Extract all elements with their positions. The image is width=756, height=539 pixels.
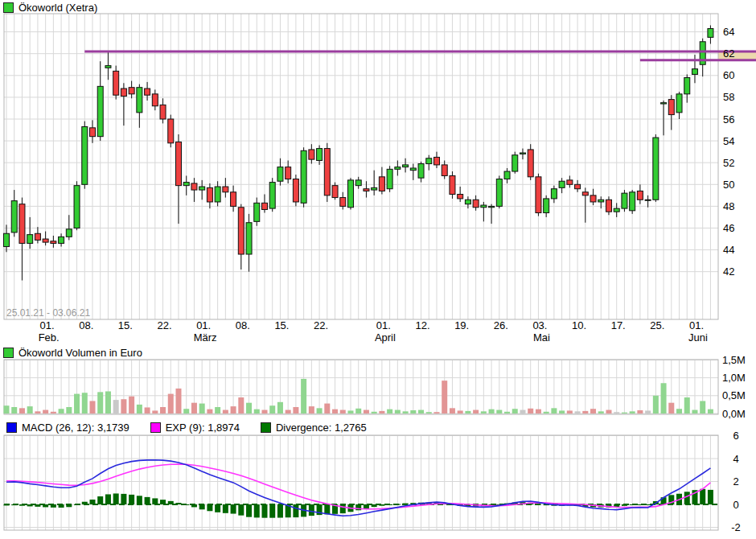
candle bbox=[121, 88, 126, 96]
divergence-bar bbox=[379, 504, 384, 506]
volume-bar bbox=[301, 379, 306, 414]
candle bbox=[622, 193, 627, 208]
price-axis-label: 50 bbox=[723, 179, 734, 191]
divergence-bar bbox=[215, 504, 220, 512]
divergence-bar bbox=[395, 504, 401, 505]
candle bbox=[269, 183, 275, 209]
volume-bar bbox=[551, 408, 557, 414]
divergence-bar bbox=[137, 496, 142, 504]
volume-bar bbox=[168, 394, 174, 414]
candle bbox=[27, 235, 33, 244]
volume-bar bbox=[145, 407, 150, 414]
volume-panel-title: Ökoworld Volumen in Euro bbox=[3, 347, 142, 359]
volume-bar bbox=[489, 409, 495, 414]
divergence-bar bbox=[175, 503, 181, 504]
date-axis-label: 01. bbox=[40, 319, 55, 331]
price-series-swatch-icon bbox=[3, 2, 14, 13]
macd-panel[interactable]: 6420-2 bbox=[4, 430, 741, 533]
candle bbox=[442, 165, 447, 176]
divergence-bar bbox=[684, 492, 690, 504]
candle bbox=[231, 192, 236, 207]
divergence-bar bbox=[254, 504, 260, 517]
candle bbox=[504, 171, 510, 179]
divergence-bar bbox=[261, 504, 267, 518]
candle bbox=[286, 167, 291, 179]
candle bbox=[43, 239, 48, 242]
volume-panel-title-label: Ökoworld Volumen in Euro bbox=[18, 347, 142, 359]
candle bbox=[332, 186, 338, 198]
volume-bar bbox=[700, 401, 705, 414]
volume-bar bbox=[575, 411, 581, 414]
candle bbox=[261, 203, 267, 209]
volume-bar bbox=[410, 410, 416, 414]
divergence-bar bbox=[97, 496, 103, 504]
month-axis-label: März bbox=[194, 331, 217, 344]
price-axis-label: 60 bbox=[723, 69, 734, 81]
divergence-bar bbox=[645, 504, 651, 505]
volume-bar bbox=[582, 411, 588, 414]
divergence-bar bbox=[372, 504, 377, 507]
legend-item-macd[interactable]: MACD (26, 12): 3,1739 bbox=[6, 422, 129, 434]
volume-bar bbox=[309, 406, 314, 414]
candle bbox=[465, 200, 470, 204]
volume-bar bbox=[254, 409, 260, 414]
candle bbox=[559, 181, 565, 187]
volume-bar bbox=[207, 409, 212, 414]
candle bbox=[66, 229, 72, 237]
candle bbox=[590, 195, 596, 202]
volume-bar bbox=[231, 406, 236, 414]
candle bbox=[105, 66, 111, 68]
divergence-bar bbox=[207, 504, 212, 511]
volume-bar bbox=[97, 392, 103, 414]
candle bbox=[630, 192, 635, 211]
month-axis-label: Feb. bbox=[39, 331, 60, 344]
candle bbox=[293, 179, 298, 202]
candle bbox=[82, 126, 88, 184]
volume-bar bbox=[347, 410, 353, 414]
volume-bar bbox=[708, 409, 713, 414]
divergence-bar bbox=[223, 504, 228, 513]
volume-bar bbox=[293, 407, 298, 414]
volume-bar bbox=[676, 409, 682, 414]
volume-bar bbox=[637, 410, 643, 414]
legend-item-divergence[interactable]: Divergence: 1,2765 bbox=[261, 422, 367, 434]
candle bbox=[395, 167, 401, 170]
candle bbox=[575, 184, 581, 188]
candle bbox=[277, 167, 283, 182]
volume-bar bbox=[528, 409, 533, 414]
candle bbox=[4, 233, 10, 246]
price-axis-label: 64 bbox=[723, 26, 734, 38]
date-axis-label: 15. bbox=[274, 319, 289, 331]
divergence-bar bbox=[403, 504, 409, 504]
price-panel[interactable]: 42444648505254565860626401.Feb.08.15.22.… bbox=[4, 14, 756, 344]
candle bbox=[567, 180, 573, 184]
volume-bar bbox=[536, 409, 541, 414]
divergence-bar bbox=[89, 500, 95, 504]
volume-bar bbox=[27, 406, 33, 414]
date-axis-label: 01. bbox=[689, 319, 704, 331]
date-axis-label: 10. bbox=[572, 319, 586, 331]
volume-bar bbox=[496, 410, 502, 414]
price-panel-title: Ökoworld (Xetra) bbox=[3, 2, 97, 14]
price-axis-label: 52 bbox=[723, 157, 734, 169]
date-axis-label: 19. bbox=[454, 319, 469, 331]
volume-bar bbox=[4, 405, 10, 414]
candle bbox=[89, 128, 95, 137]
candle bbox=[598, 200, 604, 202]
candle bbox=[160, 105, 166, 119]
candle bbox=[481, 205, 487, 208]
volume-panel-border bbox=[4, 360, 718, 414]
divergence-legend-label: Divergence: 1,2765 bbox=[276, 422, 367, 434]
volume-bar bbox=[606, 410, 611, 414]
candle bbox=[129, 88, 134, 94]
candle bbox=[355, 180, 361, 186]
volume-bar bbox=[364, 410, 369, 414]
month-axis-label: Mai bbox=[533, 331, 550, 344]
candle bbox=[35, 233, 40, 240]
macd-axis-label: 4 bbox=[733, 453, 738, 465]
candle bbox=[433, 157, 439, 164]
divergence-bar bbox=[387, 504, 392, 505]
legend-item-exp[interactable]: EXP (9): 1,8974 bbox=[150, 422, 240, 434]
volume-panel[interactable]: 0,0M0,5M1,0M1,5M bbox=[4, 354, 746, 420]
volume-bar bbox=[269, 405, 275, 414]
